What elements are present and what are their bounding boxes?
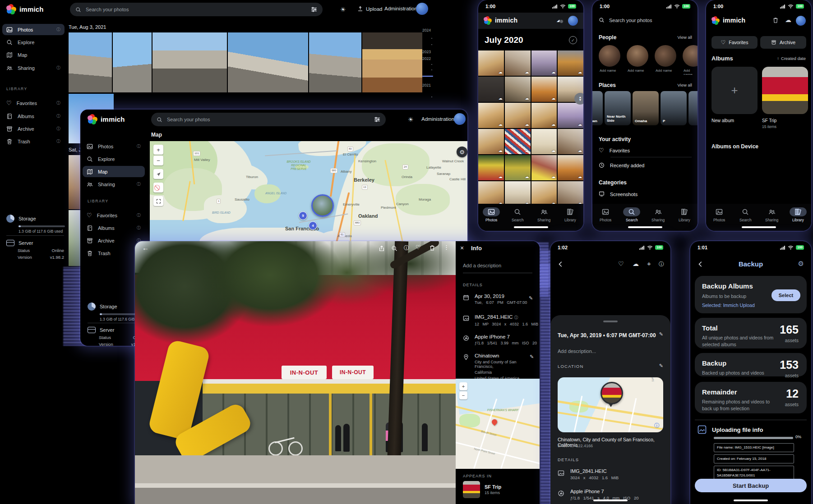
photo-thumbnail[interactable]	[69, 32, 112, 92]
photo-thumbnail[interactable]: ☁	[505, 181, 531, 206]
nav-tab-sharing[interactable]: Sharing	[763, 207, 781, 222]
nav-tab-sharing[interactable]: Sharing	[536, 207, 553, 222]
album-sort-control[interactable]: ↑Created date	[777, 56, 806, 61]
map-photo-marker[interactable]	[311, 194, 334, 217]
delete-trash-icon[interactable]	[429, 245, 435, 251]
share-icon[interactable]	[379, 245, 385, 252]
nav-tab-library[interactable]: Library	[562, 207, 579, 222]
photo-thumbnail[interactable]: ☁	[558, 50, 583, 76]
person-face[interactable]	[683, 45, 698, 67]
photo-thumbnail[interactable]: ☁	[531, 50, 557, 76]
album-tile-sf-trip[interactable]	[762, 67, 808, 114]
map-locate-button[interactable]	[153, 169, 163, 179]
administration-link[interactable]: Administration	[384, 6, 417, 11]
add-name-link[interactable]: Add name	[628, 69, 644, 73]
map-settings-gear-icon[interactable]: ⚙	[457, 147, 467, 157]
photo-thumbnail[interactable]: ☁	[558, 155, 583, 180]
sidebar-item-map[interactable]: Map	[83, 166, 145, 177]
photo-thumbnail[interactable]: ☁	[478, 129, 504, 154]
description-input[interactable]: Add description...	[558, 348, 596, 354]
info-icon[interactable]: ⓘ	[56, 27, 60, 32]
asset-coordinates[interactable]: 37.8079, -122.4166	[558, 444, 593, 448]
info-icon[interactable]: ⓘ	[404, 244, 409, 252]
sidebar-item-photos[interactable]: Photosⓘ	[2, 24, 65, 35]
recently-added-row[interactable]: Recently added	[599, 162, 644, 168]
search-input[interactable]: Search your photos	[70, 3, 323, 16]
nav-tab-sharing[interactable]: Sharing	[650, 207, 667, 222]
photo-thumbnail[interactable]: ☁	[558, 181, 583, 206]
map-date-filter-button[interactable]: ⃠	[153, 183, 163, 192]
cloud-upload-icon[interactable]: ☁	[556, 16, 563, 23]
add-name-link[interactable]: Add name	[656, 69, 672, 73]
nav-tab-library[interactable]: Library	[790, 207, 807, 222]
sidebar-item-map[interactable]: Map	[2, 49, 65, 60]
map-cluster-marker[interactable]: 4	[309, 221, 317, 230]
photo-thumbnail[interactable]: ☁	[505, 129, 531, 154]
person-face[interactable]	[627, 45, 648, 67]
user-avatar[interactable]	[454, 113, 466, 125]
photo-thumbnail[interactable]: ☁	[478, 103, 504, 128]
sidebar-item-trash[interactable]: Trashⓘ	[2, 136, 65, 147]
place-tile[interactable]	[688, 91, 698, 125]
photo-thumbnail[interactable]: ☁	[531, 103, 557, 128]
photo-thumbnail[interactable]: ☁	[558, 129, 583, 154]
info-icon[interactable]: ⓘ	[56, 65, 60, 71]
drag-handle[interactable]	[603, 321, 618, 322]
sidebar-item-explore[interactable]: Explore	[2, 37, 65, 48]
info-icon[interactable]: ⓘ	[137, 143, 141, 149]
info-icon[interactable]: ⓘ	[659, 261, 664, 268]
nav-tab-photos[interactable]: Photos	[597, 207, 614, 222]
user-avatar[interactable]	[796, 16, 806, 26]
places-view-all-link[interactable]: View all	[677, 82, 692, 87]
photo-thumbnail[interactable]: ☁	[478, 181, 504, 206]
info-icon[interactable]: ⓘ	[56, 113, 60, 119]
user-avatar[interactable]	[568, 16, 578, 26]
appears-in-album[interactable]: SF Trip 15 items	[463, 481, 501, 498]
cloud-icon[interactable]: ☁	[785, 16, 791, 23]
more-options-icon[interactable]: ⋮	[443, 244, 449, 251]
info-icon[interactable]: ⓘ	[137, 225, 141, 231]
filter-sliders-icon[interactable]	[374, 117, 380, 122]
favorite-heart-icon[interactable]: ♡	[416, 244, 421, 251]
description-input[interactable]: Add a description	[463, 263, 501, 268]
trash-icon[interactable]	[772, 17, 779, 23]
immich-logo[interactable]: immich	[6, 4, 44, 14]
zoom-icon[interactable]	[391, 245, 397, 252]
add-name-link[interactable]: Add name	[684, 69, 698, 75]
map-zoom-out-button[interactable]: −	[153, 156, 163, 165]
photo-thumbnail[interactable]: ☁	[531, 181, 557, 206]
sidebar-item-archive[interactable]: Archiveⓘ	[2, 123, 65, 134]
photo-thumbnail[interactable]: ☁	[531, 129, 557, 154]
add-name-link[interactable]: Add name	[600, 69, 616, 73]
sidebar-item-favorites[interactable]: ♡ Favoritesⓘ	[83, 210, 145, 221]
people-view-all-link[interactable]: View all	[677, 35, 692, 40]
info-icon[interactable]: ⓘ	[56, 126, 60, 132]
photo-thumbnail[interactable]: ☁	[505, 50, 531, 76]
immich-logo[interactable]: immich	[88, 114, 125, 124]
person-face[interactable]	[655, 45, 676, 67]
place-tile[interactable]: Near North Side	[605, 91, 631, 125]
info-minimap[interactable]: FISHERMAN'S WHARF Beach Street North Poi…	[456, 379, 540, 469]
nav-tab-search[interactable]: Search	[737, 207, 754, 222]
sidebar-item-albums[interactable]: Albumsⓘ	[83, 222, 145, 234]
photo-thumbnail[interactable]: ☁	[505, 77, 531, 102]
photo-thumbnail[interactable]: ☁	[531, 77, 557, 102]
start-backup-button[interactable]: Start Backup	[695, 479, 807, 492]
sidebar-item-sharing[interactable]: Sharingⓘ	[83, 179, 145, 190]
theme-toggle-sun-icon[interactable]: ☀	[340, 6, 346, 13]
info-icon[interactable]: ⓘ	[56, 100, 60, 106]
photo-thumbnail[interactable]: ☁	[531, 155, 557, 180]
map-attribution-info-icon[interactable]: ⓘ	[654, 422, 660, 430]
minimap-zoom-in-button[interactable]: +	[459, 382, 467, 390]
edit-location-pencil-icon[interactable]: ✎	[659, 363, 663, 369]
new-album-tile[interactable]: +	[711, 67, 758, 114]
settings-gear-icon[interactable]: ⚙	[798, 260, 804, 268]
nav-tab-search[interactable]: Search	[623, 207, 640, 222]
search-input[interactable]: Search your photos	[151, 113, 386, 126]
back-chevron-icon[interactable]	[558, 261, 564, 267]
map-cluster-marker[interactable]: 5	[299, 211, 307, 220]
place-tile[interactable]: P	[661, 91, 687, 125]
select-all-check-icon[interactable]: ✓	[569, 36, 577, 44]
photo-stage[interactable]: IN-N-OUT IN-N-OUT ← ⓘ ♡ ⋮	[135, 241, 456, 504]
sidebar-item-explore[interactable]: Explore	[83, 153, 145, 165]
